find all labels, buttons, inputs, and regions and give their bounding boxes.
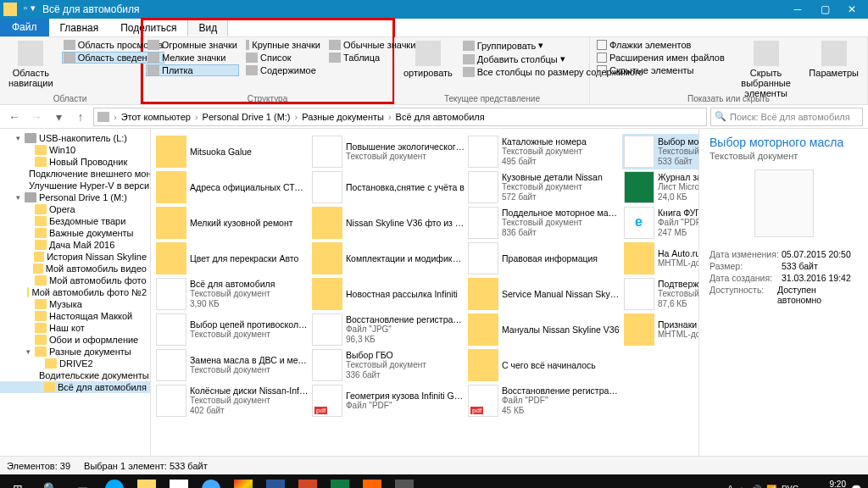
file-tile[interactable]: Восстановление регистрации ТСФайл "JPG"9… [310,312,466,347]
maximize-button[interactable]: ▢ [812,3,837,15]
app-word[interactable] [259,476,292,488]
view-list[interactable]: Список [244,52,322,64]
file-tile[interactable]: Подтверждение регистрацииТекстовый докум… [622,276,698,312]
view-details[interactable]: Таблица [327,52,381,64]
tab-home[interactable]: Главная [49,19,110,36]
system-tray[interactable]: ^ ▲ 🔊 📶 РУС 9:2009.05.2016 💬 [728,480,866,488]
view-content[interactable]: Содержимое [244,64,318,76]
file-tile[interactable]: Журнал замены масла и ТОЛист Microsoft E… [622,169,698,205]
app-store[interactable] [163,476,195,488]
minimize-button[interactable]: ─ [785,3,810,15]
navigation-pane-button[interactable]: Область навигации [5,39,57,90]
tree-node[interactable]: Подключение внешнего монитора [0,168,150,180]
tree-node[interactable]: Музыка [0,298,150,310]
file-tile[interactable]: Новостная рассылка Infiniti [310,276,466,312]
file-tile[interactable]: Постановка,снятие с учёта в [310,169,466,205]
close-button[interactable]: ✕ [839,3,865,15]
app-ie[interactable] [195,476,227,488]
file-tile[interactable]: Каталожные номераТекстовый документ495 б… [466,134,622,169]
file-tile[interactable]: Цвет для перекраски Авто [154,241,310,276]
qat-dropdown-icon[interactable]: ▾ [31,3,36,16]
file-tile[interactable]: Книга ФУГАФайл "PDF"247 МБ [622,205,698,241]
tree-node[interactable]: Opera [0,203,150,215]
tree-node[interactable]: Мой автомобиль фото №2 [0,286,150,298]
file-tile[interactable]: Адреса официальных СТО Nissan-Infiniti [154,169,310,205]
tab-view[interactable]: Вид [187,19,228,36]
file-tile[interactable]: Выбор ГБОТекстовый документ336 байт [310,347,466,383]
file-tile[interactable]: Поддельное моторное маслоТекстовый докум… [466,205,622,241]
file-tile[interactable]: Комплектации и модификации [310,241,466,276]
view-tiles[interactable]: Плитка [146,64,239,76]
file-tile[interactable]: Повышение экологического класса автомоби… [310,134,466,169]
breadcrumb[interactable]: ›Этот компьютер ›Personal Drive 1 (M:) ›… [93,108,707,126]
tree-node[interactable]: Мой автомобиль фото [0,274,150,286]
back-button[interactable]: ← [5,108,24,126]
view-small[interactable]: Мелкие значки [146,52,239,64]
tray-up-icon[interactable]: ^ [728,485,732,489]
tree-node[interactable]: Win10 [0,144,150,156]
tray-notifications-icon[interactable]: 💬 [851,485,861,489]
app-other[interactable] [388,476,420,488]
view-xlarge[interactable]: Огромные значки [146,39,239,51]
file-tile[interactable]: Мануалы Nissan Skyline V36 [466,312,622,347]
tree-node[interactable]: DRIVE2 [0,358,150,369]
file-list[interactable]: Mitsuoka GalueАдреса официальных СТО Nis… [151,129,698,456]
options-button[interactable]: Параметры [805,39,862,100]
tree-node[interactable]: Улучшение Hyper-V в версии [0,180,150,191]
file-tile[interactable]: На Auto.ru появилась проверка автомобиле… [622,241,698,276]
file-tile[interactable]: Кузовные детали NissanТекстовый документ… [466,169,622,205]
tree-node[interactable]: Наш кот [0,322,150,334]
tree-node[interactable]: Бездомные твари [0,215,150,227]
navigation-tree[interactable]: ▾USB-накопитель (L:)Win10Новый Проводник… [0,129,151,456]
extensions-toggle[interactable]: Расширения имен файлов [595,52,726,64]
tray-vlc-icon[interactable]: ▲ [737,485,746,489]
file-tile[interactable]: Замена масла в ДВС и мелкие запчастиТекс… [154,347,310,383]
tree-node[interactable]: ▾Разные документы [0,346,150,358]
file-tile[interactable]: Mitsuoka Galue [154,134,310,169]
file-tile[interactable]: Восстановление регистрации ТСФайл "PDF"4… [466,383,622,419]
file-tile[interactable]: Колёсные диски Nissan-InfinitiТекстовый … [154,383,310,419]
tree-node[interactable]: ▾USB-накопитель (L:) [0,132,150,144]
tree-node[interactable]: Новый Проводник [0,156,150,168]
taskbar[interactable]: ⊞ 🔍 ▭ ^ ▲ 🔊 📶 РУС 9:2009.05.2016 💬 [0,474,868,488]
search-input[interactable]: 🔍 Поиск: Всё для автомобиля [710,108,863,126]
app-edge[interactable] [98,476,131,488]
tree-node[interactable]: Мой автомобиль видео [0,263,150,274]
tray-volume-icon[interactable]: 🔊 [751,485,761,489]
app-explorer[interactable] [131,476,163,488]
taskview-button[interactable]: ▭ [66,476,98,488]
app-powerpoint[interactable] [292,476,324,488]
search-button[interactable]: 🔍 [34,476,66,488]
start-button[interactable]: ⊞ [2,476,34,488]
tree-node[interactable]: История Nissan Skyline [0,251,150,263]
tab-share[interactable]: Поделиться [109,19,187,36]
file-tile[interactable]: Выбор цепей противоскольженияТекстовый д… [154,312,310,347]
forward-button[interactable]: → [27,108,46,126]
file-tile[interactable]: Признаки подделки масла NissanMHTML-доку… [622,312,698,347]
file-tile[interactable]: Service Manual Nissan Skyline V36 [466,276,622,312]
tray-lang[interactable]: РУС [782,485,798,489]
file-tile[interactable]: Мелкий кузовной ремонт [154,205,310,241]
tree-node[interactable]: Водительские документы [0,369,150,381]
tab-file[interactable]: Файл [0,19,49,36]
file-tile[interactable]: С чего всё начиналось [466,347,622,383]
file-tile[interactable]: Выбор моторного маслаТекстовый документ5… [622,134,698,169]
qat-save-icon[interactable]: ▫ [24,3,27,16]
file-tile[interactable]: Правовая информация [466,241,622,276]
file-tile[interactable]: Nissan Skyline V36 фто из интернета [310,205,466,241]
tray-network-icon[interactable]: 📶 [766,485,776,489]
tree-node[interactable]: Дача Май 2016 [0,239,150,251]
app-vlc[interactable] [356,476,388,488]
history-dropdown[interactable]: ▾ [49,108,68,126]
view-large[interactable]: Крупные значки [244,39,322,51]
tree-node[interactable]: Обои и оформление [0,334,150,346]
file-tile[interactable]: Всё для автомобиляТекстовый документ3,90… [154,276,310,312]
tree-node[interactable]: Всё для автомобиля [0,381,150,393]
hidden-toggle[interactable]: Скрытые элементы [595,64,726,76]
app-chrome[interactable] [227,476,259,488]
hide-selected-button[interactable]: Скрыть выбранные элементы [732,39,801,100]
file-tile[interactable]: Геометрия кузова Infiniti G Sedan V36Фай… [310,383,466,419]
tree-node[interactable]: ▾Personal Drive 1 (M:) [0,191,150,203]
checkboxes-toggle[interactable]: Флажки элементов [595,39,726,51]
sort-button[interactable]: ортировать [400,39,456,80]
